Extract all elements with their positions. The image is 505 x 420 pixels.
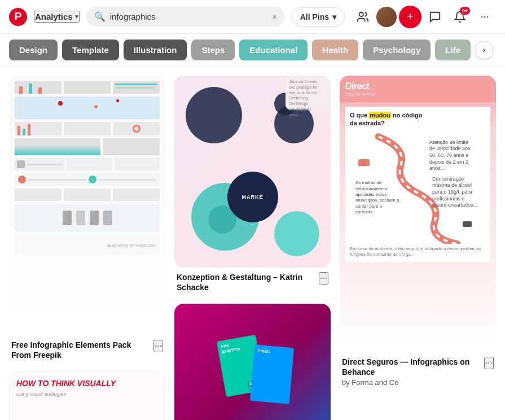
pin-info-1: Free Infographic Elements Pack From Free… <box>9 335 165 362</box>
avatar-image <box>376 7 397 27</box>
pin-subtitle-3: by Forma and Co <box>342 378 482 387</box>
pin-card-4[interactable]: HOW TO THINK VISUALLY using visual analo… <box>9 371 165 420</box>
notification-badge: 9+ <box>460 7 470 15</box>
chip-template[interactable]: Template <box>62 40 119 60</box>
chip-design[interactable]: Design <box>9 40 58 60</box>
more-options-button[interactable]: ··· <box>473 6 496 28</box>
notifications-button[interactable]: 9+ <box>449 6 471 28</box>
search-icon: 🔍 <box>94 11 106 22</box>
pin-title-1: Free Infographic Elements Pack From Free… <box>11 340 151 360</box>
pin-options-button-3[interactable]: ··· <box>484 357 494 369</box>
bubble-large-dark <box>186 87 242 143</box>
chevron-down-icon: ▾ <box>332 12 336 21</box>
pin-image-visual-thinking: HOW TO THINK VISUALLY using visual analo… <box>9 371 165 420</box>
add-icon: + <box>407 10 414 23</box>
pin-card-3[interactable]: Direct_ Seguro Directo O que mudou no có… <box>340 76 496 389</box>
analytics-button[interactable]: Analytics ▾ <box>34 11 80 23</box>
pin-options-button-1[interactable]: ··· <box>153 340 163 352</box>
chip-health[interactable]: Health <box>312 40 358 60</box>
pinterest-logo[interactable]: P <box>9 8 27 26</box>
search-bar: 🔍 × <box>86 7 285 27</box>
pin-title-2: Konzeption & Gestaltung – Katrin Schacke <box>177 272 317 292</box>
chip-steps[interactable]: Steps <box>191 40 235 60</box>
pin-image-book: Infographics Fresh Infographics <box>174 304 331 420</box>
people-icon-button[interactable] <box>352 6 374 28</box>
visual-thinking-subtitle: using visual analogies <box>16 391 66 397</box>
pin-title-3: Direct Seguros — Infographics on Behance <box>342 357 482 377</box>
pin-info-3: Direct Seguros — Infographics on Behance… <box>340 352 496 389</box>
chevron-right-icon: › <box>483 46 485 54</box>
chip-life[interactable]: Life <box>435 40 471 60</box>
chip-psychology[interactable]: Psychology <box>363 40 431 60</box>
svg-point-0 <box>359 12 363 16</box>
page-corner: Jetzt wird's ernsDie Strategie fürden Ku… <box>286 76 331 110</box>
scroll-right-button[interactable]: › <box>475 41 493 59</box>
avatar[interactable] <box>376 7 397 27</box>
visual-thinking-title: HOW TO THINK VISUALLY <box>16 379 116 388</box>
messages-button[interactable] <box>424 6 446 28</box>
pin-card-1[interactable]: designed by @Freepik.com Free Infographi… <box>9 76 165 362</box>
header-icons: + 9+ ··· <box>352 6 496 28</box>
logo-text: P <box>14 10 21 23</box>
pin-image-infographic: designed by @Freepik.com <box>9 76 165 335</box>
clear-search-button[interactable]: × <box>272 12 276 21</box>
filter-bar: Design Template Illustration Steps Educa… <box>0 34 505 67</box>
pin-card-2[interactable]: MARKE Jetzt wird's ernsDie Strategie für… <box>174 76 331 295</box>
chip-educational[interactable]: Educational <box>239 40 308 60</box>
pin-info-2: Konzeption & Gestaltung – Katrin Schacke… <box>174 268 331 295</box>
bubble-center: MARKE <box>227 172 278 222</box>
analytics-label: Analytics <box>35 12 73 21</box>
all-pins-button[interactable]: All Pins ▾ <box>292 7 345 27</box>
pin-image-road-safety: Direct_ Seguro Directo O que mudou no có… <box>340 76 496 352</box>
pin-options-button-2[interactable]: ··· <box>319 272 328 285</box>
pin-card-5[interactable]: Infographics Fresh Infographics Infograp… <box>174 304 331 420</box>
add-button[interactable]: + <box>399 6 421 28</box>
all-pins-label: All Pins <box>300 12 329 21</box>
chip-illustration[interactable]: Illustration <box>124 40 187 60</box>
chevron-down-icon: ▾ <box>75 13 78 20</box>
pins-grid: designed by @Freepik.com Free Infographi… <box>0 67 505 420</box>
header: P Analytics ▾ 🔍 × All Pins ▾ + <box>0 0 505 34</box>
book-cover-blue: Fresh <box>250 345 294 405</box>
pin-image-bubble: MARKE Jetzt wird's ernsDie Strategie für… <box>174 76 331 268</box>
search-input[interactable] <box>110 12 268 21</box>
bubble-medium-teal <box>274 211 319 256</box>
